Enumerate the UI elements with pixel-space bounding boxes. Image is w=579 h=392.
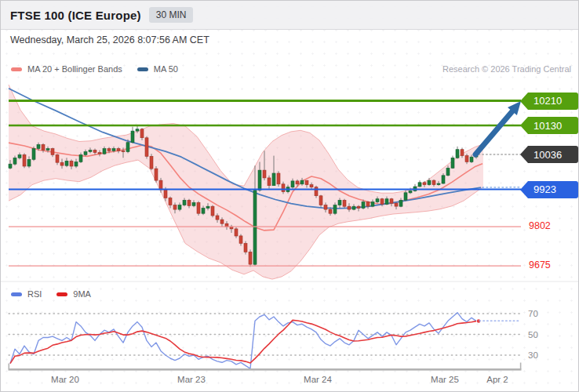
timestamp: Wednesday, March 25, 2026 8:07:56 AM CET [10, 34, 209, 45]
price-pill-tip-icon [520, 146, 528, 163]
rsi-axis-label-70: 70 [528, 309, 538, 318]
price-and-rsi-chart: 705030Mar 20Mar 23Mar 24Mar 25Apr 2 [1, 1, 579, 392]
credit-text: Research © 2026 Trading Central [442, 64, 571, 74]
price-level-pill-10210: 10210 [528, 93, 578, 110]
ma50-legend-label: MA 50 [154, 64, 178, 74]
price-level-pill-9923: 9923 [528, 181, 578, 198]
rsi-legend-label: RSI [27, 289, 42, 299]
bollinger-upper-band [9, 85, 483, 193]
x-axis-label: Mar 20 [51, 375, 79, 384]
x-axis-label: Apr 2 [486, 375, 508, 384]
price-level-pill-10036: 10036 [528, 146, 578, 163]
rsi-legend: RSI 9MA [11, 289, 91, 299]
chart-widget: FTSE 100 (ICE Europe) 30 MIN Wednesday, … [0, 0, 579, 392]
price-pill-tip-icon [520, 181, 528, 198]
x-axis-label: Mar 24 [304, 375, 332, 384]
price-panel [9, 85, 483, 279]
price-pill-tip-icon [520, 93, 528, 110]
price-level-labels: 102101013010036992398029675 [1, 1, 578, 391]
projection-arrow-head-icon [508, 101, 521, 115]
price-legend-item-ma20: MA 20 + Bollinger Bands [11, 64, 122, 74]
price-level-text-9802: 9802 [529, 220, 551, 231]
candlestick-series [9, 126, 478, 267]
x-axis-left-tick [9, 364, 10, 369]
price-level-text-9675: 9675 [529, 260, 551, 270]
ma20-line [9, 143, 482, 230]
bollinger-band-fill [9, 85, 483, 279]
header-bar: FTSE 100 (ICE Europe) 30 MIN [1, 1, 578, 30]
timeframe-badge: 30 MIN [149, 7, 194, 23]
instrument-title: FTSE 100 (ICE Europe) [10, 9, 141, 22]
x-axis-bar [9, 368, 522, 371]
rsi-axis-label-50: 50 [528, 330, 538, 339]
rsi-line [10, 313, 476, 369]
ma20-bollinger-swatch-icon [11, 67, 22, 71]
x-axis-label: Mar 23 [177, 375, 206, 384]
price-pill-tip-icon [520, 117, 528, 134]
ma50-swatch-icon [137, 67, 148, 71]
price-level-pill-10130: 10130 [528, 117, 578, 134]
ma20-legend-label: MA 20 + Bollinger Bands [27, 64, 122, 74]
projection-arrow-shaft [475, 111, 512, 154]
rsi-legend-item-rsi: RSI [11, 289, 42, 299]
nine-ma-swatch-icon [56, 292, 67, 296]
rsi-9ma-endpoint-dot [477, 319, 480, 322]
rsi-axis-label-30: 30 [528, 350, 538, 360]
x-axis-label: Mar 25 [431, 375, 459, 384]
rsi-legend-item-9ma: 9MA [56, 289, 91, 299]
price-legend: MA 20 + Bollinger Bands MA 50 [11, 64, 178, 74]
bollinger-lower-band [9, 160, 483, 279]
ma50-line [9, 89, 481, 209]
x-axis-right-tick [520, 363, 522, 369]
nine-ma-legend-label: 9MA [73, 289, 91, 299]
rsi-9ma-line [10, 320, 476, 363]
rsi-swatch-icon [11, 292, 22, 296]
price-legend-item-ma50: MA 50 [137, 64, 178, 74]
